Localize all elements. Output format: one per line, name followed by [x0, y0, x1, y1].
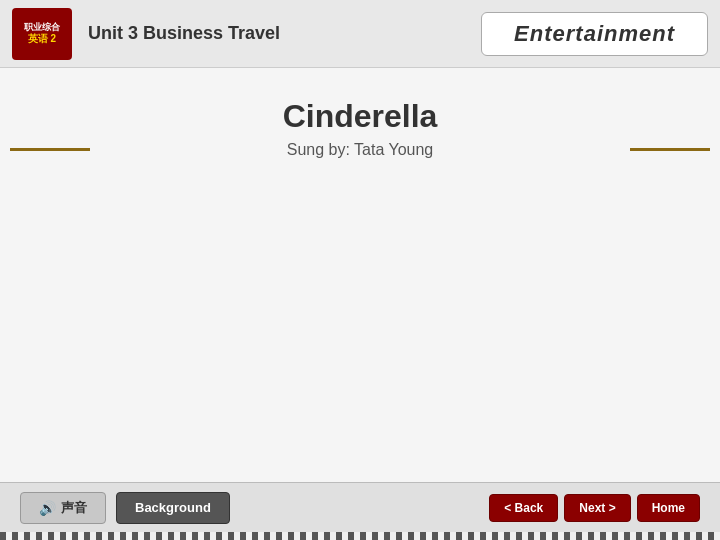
entertainment-badge: Entertainment	[481, 12, 708, 56]
footer-left: 🔊 声音 Background	[20, 492, 230, 524]
logo-text-bottom: 英语 2	[28, 33, 56, 45]
footer-right: < Back Next > Home	[489, 494, 700, 522]
sound-button[interactable]: 🔊 声音	[20, 492, 106, 524]
deco-line-left	[10, 148, 90, 151]
song-title: Cinderella	[283, 98, 438, 135]
back-button[interactable]: < Back	[489, 494, 558, 522]
background-button[interactable]: Background	[116, 492, 230, 524]
home-button[interactable]: Home	[637, 494, 700, 522]
content-area: Cinderella Sung by: Tata Young	[0, 68, 720, 482]
dot-border	[0, 532, 720, 540]
footer: 🔊 声音 Background < Back Next > Home	[0, 482, 720, 532]
logo-text-top: 职业综合	[24, 22, 60, 33]
header: 职业综合 英语 2 Unit 3 Business Travel Enterta…	[0, 0, 720, 68]
main-container: 职业综合 英语 2 Unit 3 Business Travel Enterta…	[0, 0, 720, 540]
deco-line-right	[630, 148, 710, 151]
next-button[interactable]: Next >	[564, 494, 630, 522]
speaker-icon: 🔊	[39, 500, 56, 516]
logo-box: 职业综合 英语 2	[12, 8, 72, 60]
song-subtitle: Sung by: Tata Young	[287, 141, 434, 159]
unit-title: Unit 3 Business Travel	[88, 23, 481, 44]
